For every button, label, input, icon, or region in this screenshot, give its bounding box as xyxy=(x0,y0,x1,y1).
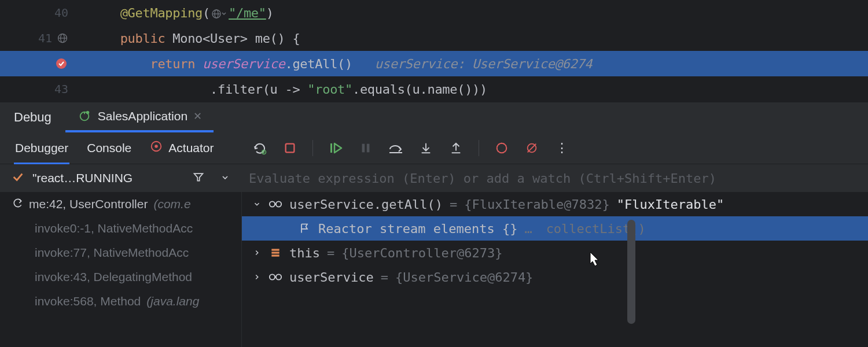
stack-frame[interactable]: invoke:43, DelegatingMethod xyxy=(0,265,241,289)
step-into-button[interactable] xyxy=(418,141,433,156)
run-config-tab[interactable]: SalesApplication ✕ xyxy=(65,102,214,132)
code-content: return userService.getAll() userService:… xyxy=(75,57,592,71)
evaluate-expression-input[interactable]: Evaluate expression (Enter) or add a wat… xyxy=(242,164,868,192)
globe-icon xyxy=(57,32,68,44)
variable-name: this xyxy=(289,246,320,260)
run-config-name: SalesApplication xyxy=(98,109,187,123)
code-line[interactable]: 41 public Mono<User> me() { xyxy=(0,25,868,51)
code-line[interactable]: 43 .filter(u -> "root".equals(u.name())) xyxy=(0,76,868,102)
pause-button[interactable] xyxy=(358,141,373,156)
frames-panel: "react…RUNNING me:42, UserController (co… xyxy=(0,164,242,347)
debug-title: Debug xyxy=(0,110,65,125)
svg-rect-29 xyxy=(271,249,279,250)
svg-rect-30 xyxy=(271,252,279,253)
code-content: public Mono<User> me() { xyxy=(75,31,300,46)
variable-row[interactable]: this = {UserController@6273} xyxy=(242,241,868,265)
tab-debugger[interactable]: Debugger xyxy=(14,141,69,164)
debug-sub-toolbar: Debugger Console Actuator xyxy=(0,132,868,164)
expand-arrow-icon[interactable] xyxy=(252,273,262,281)
svg-rect-15 xyxy=(362,143,365,152)
svg-point-27 xyxy=(276,201,281,206)
stack-frame[interactable]: invoke0:-1, NativeMethodAcc xyxy=(0,216,241,241)
stack-icon xyxy=(269,247,282,259)
stack-frame[interactable]: invoke:568, Method (java.lang xyxy=(0,289,241,313)
tab-actuator[interactable]: Actuator xyxy=(149,140,215,156)
gutter[interactable] xyxy=(0,57,75,71)
variable-row[interactable]: Reactor stream elements {} … collectList… xyxy=(242,216,868,241)
step-out-button[interactable] xyxy=(448,141,464,156)
code-line[interactable]: 40 @GetMapping("/me") xyxy=(0,0,868,25)
chevron-down-icon[interactable] xyxy=(220,171,230,185)
check-icon xyxy=(12,171,24,186)
svg-rect-31 xyxy=(271,254,279,256)
svg-point-8 xyxy=(86,110,90,114)
code-line[interactable]: return userService.getAll() userService:… xyxy=(0,51,868,76)
scrollbar[interactable] xyxy=(627,220,635,324)
view-breakpoints-button[interactable] xyxy=(494,141,509,156)
variable-name: Reactor stream elements {} xyxy=(318,222,517,236)
svg-point-33 xyxy=(276,274,281,279)
expand-arrow-icon[interactable] xyxy=(252,249,262,257)
stack-frame[interactable]: me:42, UserController (com.e xyxy=(0,192,241,216)
svg-rect-14 xyxy=(330,143,332,153)
actuator-icon xyxy=(150,140,163,156)
debug-toolwindow-header: Debug SalesApplication ✕ xyxy=(0,102,868,132)
thread-selector[interactable]: "react…RUNNING xyxy=(0,164,241,192)
breakpoint-icon[interactable] xyxy=(54,57,68,71)
globe-inline-icon xyxy=(211,9,227,19)
flag-icon xyxy=(297,223,311,234)
svg-point-32 xyxy=(270,274,275,279)
drop-frame-icon xyxy=(12,197,23,212)
mute-breakpoints-button[interactable] xyxy=(524,141,539,156)
resume-button[interactable] xyxy=(328,141,343,156)
rerun-button[interactable] xyxy=(252,141,267,156)
code-content: .filter(u -> "root".equals(u.name())) xyxy=(75,82,487,97)
rerun-icon xyxy=(77,109,92,124)
gutter[interactable]: 40 xyxy=(0,6,75,20)
svg-point-11 xyxy=(155,145,159,148)
variable-row[interactable]: userService = {UserService@6274} xyxy=(242,265,868,289)
svg-rect-13 xyxy=(285,143,294,152)
more-icon[interactable]: ⋮ xyxy=(554,141,569,156)
variables-panel: Evaluate expression (Enter) or add a wat… xyxy=(242,164,868,347)
variable-row[interactable]: userService.getAll() = {FluxIterable@783… xyxy=(242,192,868,216)
stop-button[interactable] xyxy=(282,141,297,156)
gutter[interactable]: 41 xyxy=(0,31,75,45)
stack-frame[interactable]: invoke:77, NativeMethodAcc xyxy=(0,241,241,265)
code-editor[interactable]: 40 @GetMapping("/me")41 public Mono<User… xyxy=(0,0,868,102)
variable-name: userService.getAll() xyxy=(289,197,443,212)
glasses-icon xyxy=(269,272,282,282)
gutter[interactable]: 43 xyxy=(0,82,75,96)
expand-arrow-icon[interactable] xyxy=(252,200,262,208)
filter-icon[interactable] xyxy=(193,171,204,186)
close-icon[interactable]: ✕ xyxy=(193,110,202,123)
code-content: @GetMapping("/me") xyxy=(75,6,274,20)
tab-console[interactable]: Console xyxy=(86,141,133,155)
variable-name: userService xyxy=(289,270,374,285)
step-over-button[interactable] xyxy=(388,141,403,156)
glasses-icon xyxy=(269,200,282,209)
svg-point-26 xyxy=(270,201,275,206)
svg-point-6 xyxy=(56,58,67,69)
svg-rect-16 xyxy=(366,143,369,152)
